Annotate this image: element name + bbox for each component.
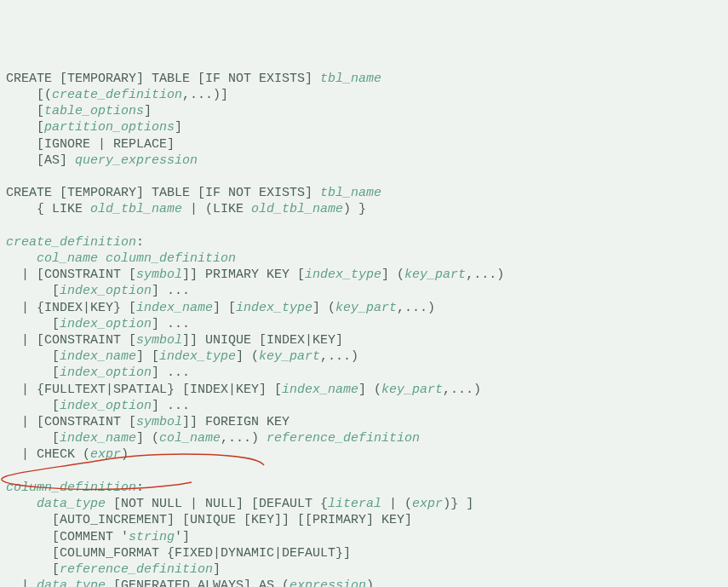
link-old-tbl-name[interactable]: old_tbl_name bbox=[90, 202, 182, 216]
text: ]] PRIMARY KEY [ bbox=[182, 268, 305, 282]
text: [COLUMN_FORMAT {FIXED|DYNAMIC|DEFAULT}] bbox=[6, 546, 351, 561]
text: : bbox=[136, 235, 144, 250]
text: ,...) bbox=[466, 268, 504, 282]
text: ]] UNIQUE [INDEX|KEY] bbox=[182, 333, 343, 348]
link-expr[interactable]: expr bbox=[412, 497, 443, 511]
text: ] bbox=[175, 120, 182, 135]
link-old-tbl-name[interactable]: old_tbl_name bbox=[251, 202, 343, 216]
link-table-options[interactable]: table_options bbox=[44, 104, 144, 118]
text: '] bbox=[175, 530, 190, 544]
text: | [CONSTRAINT [ bbox=[6, 333, 136, 348]
text: [ bbox=[6, 104, 44, 118]
text: [AUTO_INCREMENT] [UNIQUE [KEY]] [[PRIMAR… bbox=[6, 513, 412, 527]
text bbox=[6, 251, 37, 266]
text: [AS] bbox=[6, 153, 75, 168]
text: ) bbox=[121, 447, 129, 462]
link-reference-definition[interactable]: reference_definition bbox=[267, 431, 420, 446]
text: { LIKE bbox=[6, 202, 90, 216]
text: CREATE [TEMPORARY] TABLE [IF NOT EXISTS] bbox=[6, 186, 320, 200]
link-index-name[interactable]: index_name bbox=[282, 383, 358, 397]
link-create-definition[interactable]: create_definition bbox=[52, 88, 182, 102]
link-symbol[interactable]: symbol bbox=[136, 415, 182, 429]
link-key-part[interactable]: key_part bbox=[381, 383, 443, 397]
text: [ bbox=[6, 562, 60, 577]
link-query-expression[interactable]: query_expression bbox=[75, 153, 198, 168]
text: )} ] bbox=[443, 497, 473, 511]
text: | (LIKE bbox=[182, 202, 251, 216]
text: | {INDEX|KEY} [ bbox=[6, 301, 136, 315]
link-tbl-name[interactable]: tbl_name bbox=[320, 186, 381, 200]
link-index-type[interactable]: index_type bbox=[236, 301, 312, 315]
text: CREATE [TEMPORARY] TABLE [IF NOT EXISTS] bbox=[6, 72, 320, 86]
link-symbol[interactable]: symbol bbox=[136, 333, 182, 348]
text: [ bbox=[6, 399, 60, 413]
text: [ bbox=[6, 317, 60, 331]
def-create-definition[interactable]: create_definition bbox=[6, 235, 136, 250]
link-index-name[interactable]: index_name bbox=[60, 431, 136, 446]
link-index-type[interactable]: index_type bbox=[159, 349, 236, 364]
text: ] ( bbox=[236, 349, 259, 364]
text: | ( bbox=[381, 497, 412, 511]
text: ] ... bbox=[152, 365, 190, 380]
text: | [CONSTRAINT [ bbox=[6, 415, 136, 429]
text: ] [ bbox=[136, 349, 159, 364]
text: ,...) bbox=[221, 431, 267, 446]
link-data-type[interactable]: data_type bbox=[37, 497, 106, 511]
link-key-part[interactable]: key_part bbox=[259, 349, 320, 364]
text: ] ... bbox=[152, 317, 190, 331]
text: [COMMENT ' bbox=[6, 530, 129, 544]
text: ) bbox=[366, 578, 374, 587]
text: : bbox=[136, 481, 144, 495]
text: ) } bbox=[343, 202, 366, 216]
text bbox=[6, 497, 37, 511]
link-data-type[interactable]: data_type bbox=[37, 578, 106, 587]
text: ] ( bbox=[381, 268, 404, 282]
text: | {FULLTEXT|SPATIAL} [INDEX|KEY] [ bbox=[6, 383, 282, 397]
text: ,...) bbox=[320, 349, 358, 364]
text: ]] FOREIGN KEY bbox=[182, 415, 289, 429]
link-index-option[interactable]: index_option bbox=[60, 365, 152, 380]
link-column-definition[interactable]: column_definition bbox=[106, 251, 236, 266]
text: ] [ bbox=[213, 301, 236, 315]
text: [ bbox=[6, 284, 60, 298]
link-reference-definition[interactable]: reference_definition bbox=[60, 562, 213, 577]
sql-syntax-block: CREATE [TEMPORARY] TABLE [IF NOT EXISTS]… bbox=[0, 66, 728, 587]
text: [IGNORE | REPLACE] bbox=[6, 137, 175, 152]
link-index-type[interactable]: index_type bbox=[305, 268, 381, 282]
text: ,...) bbox=[443, 383, 481, 397]
text: ] ( bbox=[136, 431, 159, 446]
link-expression[interactable]: expression bbox=[289, 578, 366, 587]
text: ,...) bbox=[397, 301, 435, 315]
def-column-definition[interactable]: column_definition bbox=[6, 481, 136, 495]
text: | bbox=[6, 578, 37, 587]
link-literal[interactable]: literal bbox=[328, 497, 381, 511]
text: [ bbox=[6, 365, 60, 380]
text: ] ... bbox=[152, 399, 190, 413]
text: | CHECK ( bbox=[6, 447, 90, 462]
link-index-option[interactable]: index_option bbox=[60, 284, 152, 298]
link-tbl-name[interactable]: tbl_name bbox=[320, 72, 381, 86]
link-index-name[interactable]: index_name bbox=[60, 349, 136, 364]
text: [ bbox=[6, 349, 60, 364]
link-col-name[interactable]: col_name bbox=[159, 431, 221, 446]
link-partition-options[interactable]: partition_options bbox=[44, 120, 175, 135]
text: [NOT NULL | NULL] [DEFAULT { bbox=[106, 497, 328, 511]
text: ] ... bbox=[152, 284, 190, 298]
link-index-option[interactable]: index_option bbox=[60, 399, 152, 413]
text: ] ( bbox=[312, 301, 335, 315]
text: [GENERATED ALWAYS] AS ( bbox=[106, 578, 289, 587]
text bbox=[98, 251, 106, 266]
link-col-name[interactable]: col_name bbox=[37, 251, 98, 266]
link-string[interactable]: string bbox=[129, 530, 175, 544]
link-key-part[interactable]: key_part bbox=[404, 268, 466, 282]
text: ,...)] bbox=[182, 88, 228, 102]
text: [ bbox=[6, 431, 60, 446]
text: ] bbox=[213, 562, 221, 577]
link-symbol[interactable]: symbol bbox=[136, 268, 182, 282]
link-expr[interactable]: expr bbox=[90, 447, 121, 462]
link-index-name[interactable]: index_name bbox=[136, 301, 213, 315]
text: [( bbox=[6, 88, 52, 102]
text: | [CONSTRAINT [ bbox=[6, 268, 136, 282]
link-index-option[interactable]: index_option bbox=[60, 317, 152, 331]
link-key-part[interactable]: key_part bbox=[335, 301, 397, 315]
